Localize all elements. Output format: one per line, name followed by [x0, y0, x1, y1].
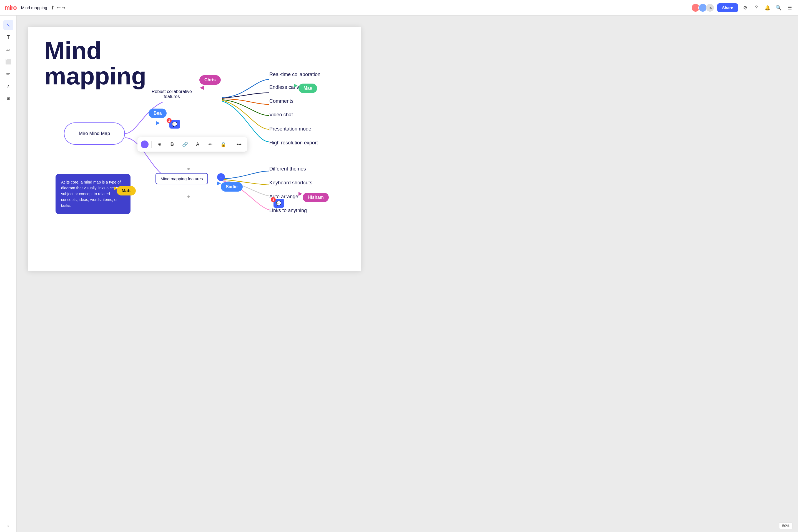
notifications-icon[interactable]: 🔔	[764, 5, 771, 11]
branch-presentation: Presentation mode	[269, 126, 311, 132]
branch-links: Links to anything	[269, 208, 307, 213]
sidebar-tool-select[interactable]: ↖	[3, 20, 13, 30]
central-node[interactable]: Miro Mind Map	[64, 122, 125, 145]
mind-map-title: Mind mapping	[44, 38, 146, 89]
board-title[interactable]: Mind mapping	[21, 5, 47, 10]
cursor-matt: Matt	[117, 186, 136, 195]
cursor-sadie: Sadie	[221, 182, 243, 192]
matt-cursor-arrow: ▶	[114, 185, 118, 191]
toolbar-pen-button[interactable]: ✏	[206, 139, 215, 149]
floating-toolbar: ⊞ B 🔗 A ✏ 🔒 •••	[137, 137, 247, 152]
cursor-chris: Chris	[200, 75, 221, 85]
toolbar-separator-2	[231, 141, 231, 148]
branch-videochat: Video chat	[269, 112, 293, 118]
sidebar-tool-pen[interactable]: ✏	[3, 69, 13, 79]
topbar: miro Mind mapping ⬆ ↩ ↪ +5 Share ⚙ ? 🔔 🔍…	[0, 0, 798, 16]
canvas: Mind mapping Miro Mind Map At its core, …	[17, 16, 798, 532]
zoom-indicator[interactable]: 50%	[779, 522, 793, 529]
cursor-hisham: Hisham	[303, 193, 329, 202]
bea-cursor-arrow: ▶	[156, 120, 160, 126]
toolbar-textcolor-button[interactable]: A	[193, 139, 203, 149]
toolbar-lock-button[interactable]: 🔒	[218, 139, 228, 149]
branch-comments: Comments	[269, 98, 293, 104]
settings-icon[interactable]: ⚙	[741, 5, 749, 11]
sidebar-tool-text[interactable]: T	[3, 32, 13, 42]
dot-below-features	[187, 195, 190, 198]
toolbar-more-button[interactable]: •••	[234, 139, 244, 149]
bottom-expand-button[interactable]: »	[0, 520, 17, 532]
avatar-count: +5	[706, 4, 714, 12]
topbar-right: +5 Share ⚙ ? 🔔 🔍 ☰	[691, 3, 794, 12]
search-icon[interactable]: 🔍	[775, 5, 782, 11]
sadie-cursor-arrow: ▶	[217, 180, 221, 186]
toolbar-bold-button[interactable]: B	[167, 139, 177, 149]
sidebar-tool-connector[interactable]: ∧	[3, 81, 13, 91]
branch-export: High resolution export	[269, 140, 318, 146]
toolbar-link-button[interactable]: 🔗	[180, 139, 190, 149]
chris-cursor-arrow: ▶	[200, 85, 204, 92]
avatar-group: +5	[691, 3, 714, 12]
node-robust[interactable]: Robust collaborativefeatures	[147, 87, 196, 102]
share-button[interactable]: Share	[717, 3, 738, 12]
title-line1: Mind	[44, 38, 146, 63]
sidebar-tool-shape[interactable]: ▱	[3, 44, 13, 54]
mae-cursor-arrow: ▶	[294, 82, 298, 88]
branch-shortcuts: Keyboard shortcuts	[269, 180, 312, 186]
cursor-mae: Mae	[299, 83, 317, 93]
sidebar-tool-sticky[interactable]: ⬜	[3, 57, 13, 66]
dot-above-features	[187, 168, 190, 170]
upload-button[interactable]: ⬆	[51, 5, 55, 11]
toolbar-layout-button[interactable]: ⊞	[154, 139, 164, 149]
miro-logo: miro	[4, 4, 17, 12]
hisham-cursor-arrow: ▶	[299, 190, 302, 196]
branch-realtime: Real-time collaboration	[269, 72, 320, 77]
branch-themes: Different themes	[269, 166, 306, 172]
cursor-bea: Bea	[149, 109, 167, 118]
node-features[interactable]: Mind mapping features	[155, 173, 208, 184]
undo-button[interactable]: ↩	[57, 5, 60, 10]
redo-button[interactable]: ↪	[62, 5, 65, 10]
board: Mind mapping Miro Mind Map At its core, …	[28, 27, 361, 271]
sidebar-tool-frame[interactable]: ⊞	[3, 93, 13, 103]
title-line2: mapping	[44, 63, 146, 89]
toolbar-color-swatch[interactable]	[141, 140, 149, 148]
toolbar-separator-1	[151, 141, 152, 148]
sidebar: ↖ T ▱ ⬜ ✏ ∧ ⊞ »	[0, 16, 17, 532]
help-icon[interactable]: ?	[753, 5, 760, 11]
menu-icon[interactable]: ☰	[786, 5, 794, 11]
